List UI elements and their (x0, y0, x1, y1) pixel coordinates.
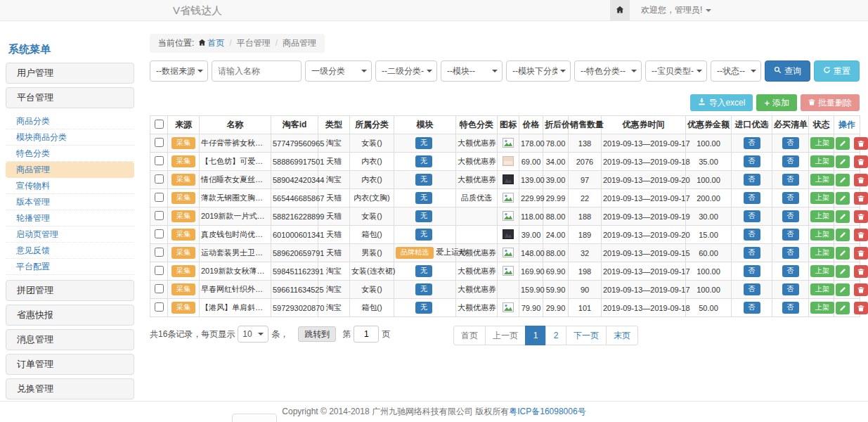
data-source-select[interactable]: --数据来源-- (150, 60, 208, 82)
imported-badge[interactable]: 否 (744, 302, 760, 314)
icp-link[interactable]: 粤ICP备16098006号 (509, 407, 585, 416)
sidebar-submenu-item[interactable]: 版本管理 (6, 194, 134, 210)
status-badge[interactable]: 上架 (810, 283, 834, 295)
delete-button[interactable] (854, 283, 868, 296)
sidebar-submenu-item[interactable]: 意见反馈 (6, 243, 134, 259)
page-number-input[interactable] (354, 326, 379, 343)
imported-badge[interactable]: 否 (744, 247, 760, 259)
home-button[interactable] (610, 0, 630, 20)
imported-badge[interactable]: 否 (744, 265, 760, 277)
row-checkbox[interactable] (155, 174, 164, 184)
filter-select[interactable]: --宝贝类型-- (645, 60, 707, 82)
row-checkbox[interactable] (155, 138, 164, 147)
query-button[interactable]: 查询 (765, 60, 810, 82)
filter-select[interactable]: --状态-- (711, 60, 761, 82)
edit-button[interactable] (836, 192, 850, 205)
pager-button[interactable]: 1 (525, 326, 546, 345)
imported-badge[interactable]: 否 (744, 210, 760, 222)
imported-badge[interactable]: 否 (744, 192, 760, 204)
sidebar-group-item[interactable]: 省惠快报 (6, 305, 134, 326)
name-search-input[interactable] (212, 60, 302, 82)
sidebar-submenu-item[interactable]: 宣传物料 (6, 178, 134, 194)
must-buy-badge[interactable]: 否 (782, 229, 799, 241)
status-badge[interactable]: 上架 (810, 137, 834, 149)
must-buy-badge[interactable]: 否 (782, 247, 799, 259)
edit-button[interactable] (836, 137, 850, 150)
status-badge[interactable]: 上架 (810, 192, 834, 204)
jump-button[interactable]: 跳转到 (298, 326, 336, 342)
must-buy-badge[interactable]: 否 (782, 265, 799, 277)
filter-select[interactable]: --特色分类-- (574, 60, 642, 82)
import-excel-button[interactable]: 导入excel (690, 94, 753, 111)
sidebar-group-item[interactable]: 订单管理 (6, 354, 134, 375)
delete-button[interactable] (854, 174, 868, 186)
row-checkbox[interactable] (155, 229, 164, 238)
filter-select[interactable]: --二级分类-- (375, 60, 437, 82)
sidebar-group-item[interactable]: 平台管理 (6, 87, 134, 108)
status-badge[interactable]: 上架 (810, 247, 834, 259)
add-button[interactable]: + 添加 (756, 94, 797, 111)
row-checkbox[interactable] (155, 302, 164, 312)
pager-button[interactable]: 下一页 (566, 326, 607, 345)
edit-button[interactable] (836, 174, 850, 186)
must-buy-badge[interactable]: 否 (782, 302, 799, 314)
imported-badge[interactable]: 否 (744, 137, 760, 149)
imported-badge[interactable]: 否 (744, 229, 760, 241)
sidebar-submenu-item[interactable]: 轮播管理 (6, 210, 134, 226)
must-buy-badge[interactable]: 否 (782, 210, 799, 222)
sidebar-submenu-item[interactable]: 模块商品分类 (6, 129, 134, 146)
imported-badge[interactable]: 否 (744, 155, 760, 167)
sidebar-submenu-item[interactable]: 商品管理 (6, 162, 134, 178)
row-checkbox[interactable] (155, 193, 164, 202)
edit-button[interactable] (836, 302, 850, 314)
status-badge[interactable]: 上架 (810, 302, 834, 314)
reset-button[interactable]: 重置 (814, 60, 860, 82)
filter-select[interactable]: 一级分类 (305, 60, 372, 82)
sidebar-group-item[interactable]: 用户管理 (6, 63, 134, 84)
filter-select[interactable]: --模块下分类-- (506, 60, 571, 82)
status-badge[interactable]: 上架 (810, 210, 834, 222)
sidebar-group-item[interactable]: 拼团管理 (6, 280, 134, 301)
row-checkbox[interactable] (155, 156, 164, 165)
edit-button[interactable] (836, 229, 850, 241)
status-badge[interactable]: 上架 (810, 155, 834, 167)
must-buy-badge[interactable]: 否 (782, 155, 799, 167)
must-buy-badge[interactable]: 否 (782, 283, 799, 295)
delete-button[interactable] (854, 137, 868, 150)
row-checkbox[interactable] (155, 266, 164, 275)
pager-button[interactable]: 末页 (606, 326, 638, 345)
batch-delete-button[interactable]: 批量删除 (801, 94, 860, 111)
imported-badge[interactable]: 否 (744, 283, 760, 295)
edit-button[interactable] (836, 155, 850, 168)
pager-button[interactable]: 上一页 (485, 326, 526, 345)
edit-button[interactable] (836, 265, 850, 278)
sidebar-submenu-item[interactable]: 商品分类 (6, 113, 134, 129)
delete-button[interactable] (854, 210, 868, 223)
delete-button[interactable] (854, 192, 868, 205)
breadcrumb-home-link[interactable]: 首页 (207, 38, 224, 48)
status-badge[interactable]: 上架 (810, 265, 834, 277)
delete-button[interactable] (854, 247, 868, 260)
pager-button[interactable]: 首页 (453, 326, 486, 345)
sidebar-group-item[interactable]: 消息管理 (6, 329, 134, 350)
sidebar-submenu-item[interactable]: 特色分类 (6, 146, 134, 162)
sidebar-submenu-item[interactable]: 启动页管理 (6, 226, 134, 243)
per-page-select[interactable]: 10 (238, 326, 268, 343)
row-checkbox[interactable] (155, 248, 164, 257)
delete-button[interactable] (854, 155, 868, 168)
must-buy-badge[interactable]: 否 (782, 174, 799, 186)
delete-button[interactable] (854, 229, 868, 241)
status-badge[interactable]: 上架 (810, 174, 834, 186)
pager-button[interactable]: 2 (545, 326, 566, 345)
edit-button[interactable] (836, 247, 850, 260)
status-badge[interactable]: 上架 (810, 229, 834, 241)
sidebar-group-item[interactable]: 兑换管理 (6, 378, 134, 399)
row-checkbox[interactable] (155, 284, 164, 293)
filter-select[interactable]: --模块-- (441, 60, 503, 82)
row-checkbox[interactable] (155, 211, 164, 220)
select-all-checkbox[interactable] (155, 120, 164, 129)
imported-badge[interactable]: 否 (744, 174, 760, 186)
delete-button[interactable] (854, 302, 868, 314)
edit-button[interactable] (836, 283, 850, 296)
delete-button[interactable] (854, 265, 868, 278)
